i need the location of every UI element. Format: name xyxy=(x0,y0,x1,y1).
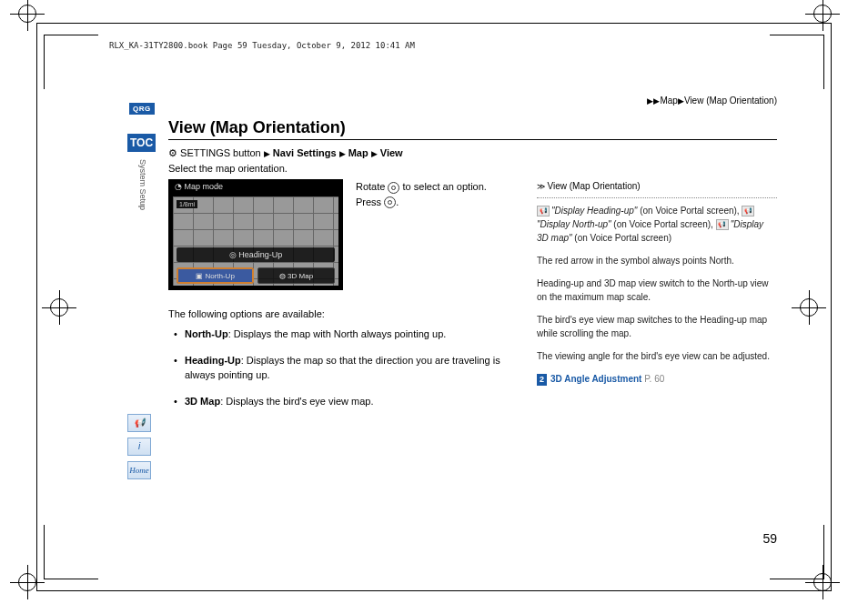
sidebar-icon-group: 📢 i Home xyxy=(127,414,151,479)
qrg-badge[interactable]: QRG xyxy=(129,103,155,115)
screenshot-option-north-up: ▣ North-Up xyxy=(177,267,254,284)
path-arrow-icon: ▶ xyxy=(371,149,378,158)
menu-path-item: Navi Settings xyxy=(273,147,337,158)
voice-icon: 📢 xyxy=(716,219,729,230)
crop-line-bl xyxy=(44,525,98,579)
voice-context: (on Voice Portal screen) xyxy=(572,233,672,243)
instruction-rotate: Rotate xyxy=(356,181,385,192)
crop-line-br xyxy=(770,525,824,579)
menu-path: ⚙ SETTINGS button ▶ Navi Settings ▶ Map … xyxy=(168,147,777,159)
breadcrumb-page: View (Map Orientation) xyxy=(684,96,777,106)
aside-note: The bird's eye view map switches to the … xyxy=(537,313,777,340)
screenshot-options-row: ▣ North-Up ◍ 3D Map xyxy=(177,267,335,284)
link-label: 3D Angle Adjustment xyxy=(550,374,641,384)
screenshot-titlebar: Map mode xyxy=(169,180,342,198)
settings-button-icon: ⚙ xyxy=(168,147,177,158)
instruction-rotate-after: to select an option. xyxy=(403,181,487,192)
aside-note: Heading-up and 3D map view switch to the… xyxy=(537,277,777,304)
breadcrumb: ▶▶Map▶View (Map Orientation) xyxy=(647,96,777,106)
link-page: P. 60 xyxy=(644,374,664,384)
voice-command: "Display North-up" xyxy=(537,219,611,229)
aside-note: The red arrow in the symbol always point… xyxy=(537,254,777,267)
press-dial-icon xyxy=(384,196,396,208)
option-desc: : Displays the bird's eye view map. xyxy=(220,396,373,407)
aside-column: View (Map Orientation) 📢"Display Heading… xyxy=(537,179,777,419)
voice-commands-paragraph: 📢"Display Heading-up" (on Voice Portal s… xyxy=(537,204,777,245)
voice-icon: 📢 xyxy=(537,206,550,216)
registration-mark-left xyxy=(50,298,68,317)
voice-context: (on Voice Portal screen), xyxy=(611,219,716,229)
page-number: 59 xyxy=(762,531,777,546)
voice-icon: 📢 xyxy=(742,206,754,216)
breadcrumb-arrow-icon: ▶ xyxy=(678,96,684,106)
following-text: The following options are available: xyxy=(168,308,519,319)
voice-context: (on Voice Portal screen), xyxy=(637,206,742,216)
instruction-press: Press xyxy=(356,196,381,207)
rotate-dial-icon xyxy=(388,182,399,194)
crop-line-tr xyxy=(770,35,824,89)
option-name: North-Up xyxy=(185,328,228,339)
list-item: Heading-Up: Displays the map so that the… xyxy=(177,353,519,383)
voice-command: "Display Heading-up" xyxy=(551,206,637,216)
options-list: North-Up: Displays the map with North al… xyxy=(168,327,519,408)
voice-icon[interactable]: 📢 xyxy=(127,414,151,432)
info-icon[interactable]: i xyxy=(127,438,151,456)
menu-path-prefix: SETTINGS button xyxy=(180,147,261,158)
crop-line-tl xyxy=(44,35,98,89)
section-side-label: System Setup xyxy=(138,159,147,210)
page-title: View (Map Orientation) xyxy=(168,118,777,140)
list-item: 3D Map: Displays the bird's eye view map… xyxy=(177,394,519,409)
screenshot-heading-option: Heading-Up xyxy=(177,247,335,262)
cross-reference-link[interactable]: 23D Angle Adjustment P. 60 xyxy=(537,372,777,387)
menu-path-item: Map xyxy=(348,147,368,158)
list-item: North-Up: Displays the map with North al… xyxy=(177,327,519,342)
breadcrumb-section: Map xyxy=(660,96,677,106)
map-mode-screenshot: Map mode 1/8mi Heading-Up ▣ North-Up ◍ 3… xyxy=(168,179,343,290)
aside-note: The viewing angle for the bird's eye vie… xyxy=(537,349,777,363)
divider xyxy=(537,197,777,198)
path-arrow-icon: ▶ xyxy=(339,149,346,158)
option-name: 3D Map xyxy=(185,396,220,407)
registration-mark-right xyxy=(800,298,818,317)
screenshot-option-3d-map: ◍ 3D Map xyxy=(257,267,335,284)
lead-text: Select the map orientation. xyxy=(168,163,777,174)
print-header-meta: RLX_KA-31TY2800.book Page 59 Tuesday, Oc… xyxy=(109,41,415,50)
path-arrow-icon: ▶ xyxy=(264,149,270,158)
home-icon[interactable]: Home xyxy=(127,461,151,479)
menu-path-item: View xyxy=(380,147,403,158)
aside-header: View (Map Orientation) xyxy=(537,179,777,194)
breadcrumb-arrow-icon: ▶▶ xyxy=(647,96,660,106)
instruction-press-after: . xyxy=(396,196,399,207)
main-content: View (Map Orientation) ⚙ SETTINGS button… xyxy=(168,118,777,550)
option-name: Heading-Up xyxy=(185,355,241,366)
option-desc: : Displays the map with North always poi… xyxy=(228,328,447,339)
toc-badge[interactable]: TOC xyxy=(127,134,156,152)
screenshot-scale: 1/8mi xyxy=(177,200,197,208)
link-icon: 2 xyxy=(537,374,547,387)
instruction-text: Rotate to select an option. Press . xyxy=(356,179,487,299)
